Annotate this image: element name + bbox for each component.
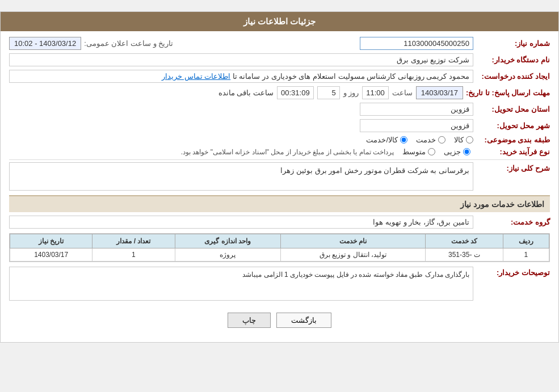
- table-cell-3: پروژه: [175, 248, 280, 262]
- main-content: شماره نیاز: 1103000045000250 تاریخ و ساع…: [1, 31, 558, 342]
- type-label: نوع فرآیند خرید:: [476, 147, 550, 156]
- tabaghe-row: طبقه بندی موضوعی: کالا خدمت کالا/خدمت: [9, 136, 550, 144]
- mohlet-remaining: 00:31:09: [277, 86, 314, 99]
- table-cell-4: 1: [93, 248, 175, 262]
- buyer-notes-text: بارگذاری مدارک طبق مفاد خواسته شده در فا…: [242, 271, 469, 279]
- mohlet-label: مهلت ارسال پاسخ: تا تاریخ:: [466, 88, 550, 97]
- gorohe-khadamat-value: تامین برق، گاز، بخار و تهویه هوا: [9, 216, 473, 229]
- shomara-announce-row: شماره نیاز: 1103000045000250 تاریخ و ساع…: [9, 37, 550, 50]
- tabaghe-radio-group: کالا خدمت کالا/خدمت: [366, 136, 473, 144]
- ostan-row: استان محل تحویل: قزوین: [9, 103, 550, 116]
- table-cell-0: 1: [503, 248, 549, 262]
- col-kod: کد خدمت: [425, 234, 503, 248]
- page-container: جزئیات اطلاعات نیاز شماره نیاز: 11030000…: [0, 11, 559, 343]
- khadamat-section-header: اطلاعات خدمات مورد نیاز: [9, 195, 550, 212]
- buyer-notes-label: توصیحات خریدار:: [476, 267, 550, 277]
- sharh-niaz-value: برقرسانی به شرکت قطران موتور رخش امور بر…: [9, 162, 473, 191]
- shomara-niaz-value: 1103000045000250: [360, 37, 473, 50]
- gorohe-khadamat-row: گروه خدمت: تامین برق، گاز، بخار و تهویه …: [9, 216, 550, 229]
- naam-dastgah-label: نام دستگاه خریدار:: [476, 56, 550, 64]
- divider1: [9, 159, 550, 160]
- buyer-notes-row: توصیحات خریدار: بارگذاری مدارک طبق مفاد …: [9, 267, 550, 301]
- table-cell-1: ت -35-351: [425, 248, 503, 262]
- mohlet-date: 1403/03/17: [416, 86, 463, 99]
- shomara-niaz-label: شماره نیاز:: [476, 39, 550, 48]
- ijad-row: ایجاد کننده درخواست: محمود کریمی روزبهان…: [9, 70, 550, 83]
- services-table-container: ردیف کد خدمت نام خدمت واحد اندازه گیری ت…: [9, 233, 550, 262]
- announce-label: تاریخ و ساعت اعلان عمومی:: [84, 39, 173, 48]
- radio-kala-label: کالا: [454, 136, 464, 144]
- table-cell-2: تولید، انتقال و توزیع برق: [280, 248, 425, 262]
- buyer-notes-value: بارگذاری مدارک طبق مفاد خواسته شده در فا…: [9, 267, 473, 301]
- page-header: جزئیات اطلاعات نیاز: [1, 12, 558, 31]
- buttons-row: بازگشت چاپ: [9, 304, 550, 336]
- ostan-value: قزوین: [360, 103, 473, 116]
- mohlet-days: 5: [317, 86, 340, 99]
- mohlet-day-label: روز و: [343, 88, 359, 97]
- radio-kala-khadamat-label: کالا/خدمت: [366, 136, 398, 144]
- shahr-label: شهر محل تحویل:: [476, 121, 550, 130]
- ijad-text: محمود کریمی روزبهانی کارشناس مسولیت استع…: [233, 72, 469, 81]
- ostan-label: استان محل تحویل:: [476, 105, 550, 113]
- mohlet-remaining-label: ساعت باقی مانده: [218, 88, 274, 97]
- shahr-row: شهر محل تحویل: قزوین: [9, 119, 550, 132]
- sharh-niaz-row: شرح کلی نیاز: برقرسانی به شرکت قطران موت…: [9, 162, 550, 191]
- mohlet-time: 11:00: [362, 86, 389, 99]
- sharh-niaz-text: برقرسانی به شرکت قطران موتور رخش امور بر…: [280, 166, 469, 175]
- radio-jazvi[interactable]: [463, 148, 470, 155]
- table-cell-5: 1403/03/17: [10, 248, 93, 262]
- radio-khadamat-item: خدمت: [416, 136, 445, 144]
- mohlet-time-label: ساعت: [392, 88, 413, 97]
- ijad-value: محمود کریمی روزبهانی کارشناس مسولیت استع…: [9, 70, 473, 83]
- ijad-label: ایجاد کننده درخواست:: [476, 72, 550, 81]
- col-radif: ردیف: [503, 234, 549, 248]
- radio-kala[interactable]: [466, 136, 473, 144]
- radio-jazvi-item: جزیی: [444, 147, 470, 156]
- ijad-link[interactable]: اطلاعات تماس خریدار: [162, 72, 230, 81]
- announce-value: 1403/03/12 - 10:02: [9, 37, 81, 50]
- type-radio-group: جزیی متوسط پرداخت تمام یا بخشی از مبلغ خ…: [181, 147, 470, 156]
- process-row: نوع فرآیند خرید: جزیی متوسط پرداخت تمام …: [9, 147, 550, 156]
- back-button[interactable]: بازگشت: [276, 313, 331, 328]
- table-row: 1ت -35-351تولید، انتقال و توزیع برقپروژه…: [10, 248, 549, 262]
- table-header-row: ردیف کد خدمت نام خدمت واحد اندازه گیری ت…: [10, 234, 549, 248]
- radio-motawaset[interactable]: [428, 148, 435, 155]
- services-table: ردیف کد خدمت نام خدمت واحد اندازه گیری ت…: [10, 234, 549, 262]
- naam-dastgah-value: شرکت توزیع نیروی برق: [9, 53, 473, 66]
- tabaghe-label: طبقه بندی موضوعی:: [476, 136, 550, 144]
- col-tedad: تعداد / مقدار: [93, 234, 175, 248]
- process-desc: پرداخت تمام یا بخشی از مبلغ خریدار از مح…: [181, 148, 394, 156]
- col-naam: نام خدمت: [280, 234, 425, 248]
- gorohe-khadamat-label: گروه خدمت:: [476, 218, 550, 226]
- radio-kala-khadamat[interactable]: [400, 136, 407, 144]
- sharh-niaz-label: شرح کلی نیاز:: [476, 162, 550, 172]
- radio-motawaset-label: متوسط: [402, 147, 426, 156]
- radio-kala-khadamat-item: کالا/خدمت: [366, 136, 407, 144]
- col-tarikh: تاریخ نیاز: [10, 234, 93, 248]
- page-title: جزئیات اطلاعات نیاز: [243, 16, 316, 26]
- print-button[interactable]: چاپ: [228, 313, 271, 328]
- mohlet-fields: 1403/03/17 ساعت 11:00 روز و 5 00:31:09 س…: [9, 86, 463, 99]
- mohlet-row: مهلت ارسال پاسخ: تا تاریخ: 1403/03/17 سا…: [9, 86, 550, 99]
- naam-dastgah-row: نام دستگاه خریدار: شرکت توزیع نیروی برق: [9, 53, 550, 66]
- radio-khadamat[interactable]: [438, 136, 445, 144]
- radio-motawaset-item: متوسط: [402, 147, 435, 156]
- radio-jazvi-label: جزیی: [444, 147, 461, 156]
- shahr-value: قزوین: [360, 119, 473, 132]
- radio-kala-item: کالا: [454, 136, 473, 144]
- radio-khadamat-label: خدمت: [416, 136, 436, 144]
- col-vahad: واحد اندازه گیری: [175, 234, 280, 248]
